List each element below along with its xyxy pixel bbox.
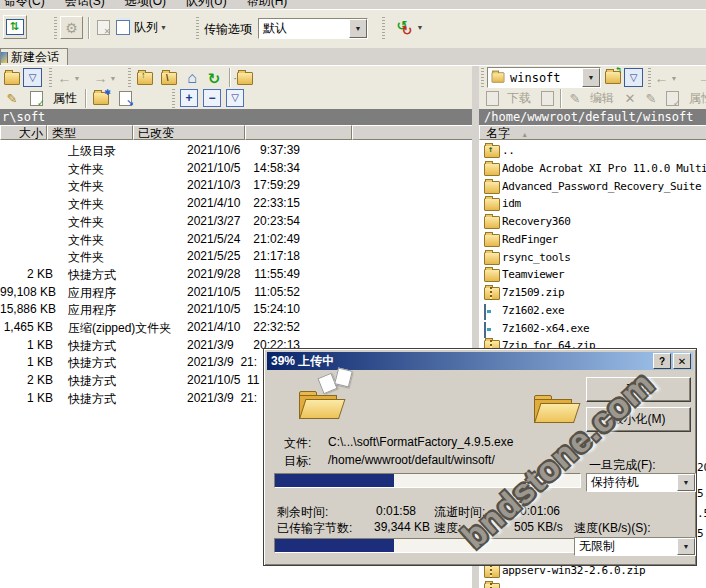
column-header-empty[interactable]: [245, 125, 352, 140]
forward-button[interactable]: →: [692, 68, 706, 88]
list-item[interactable]: Advanced_Password_Recovery_Suite: [479, 179, 706, 196]
move-to-folder-button[interactable]: ↘: [114, 89, 136, 108]
list-item[interactable]: 7z1602.exe: [479, 303, 706, 320]
download-button[interactable]: 下载: [503, 89, 535, 108]
back-button[interactable]: ← ▼: [653, 68, 679, 88]
menu-item[interactable]: 选项(O): [125, 0, 166, 8]
column-header-size[interactable]: 大小: [0, 125, 47, 140]
open-folder-button[interactable]: ↰: [603, 68, 623, 87]
size-cell: 2 KB: [0, 373, 53, 387]
list-item[interactable]: 7z1509.zip: [479, 285, 706, 302]
table-row[interactable]: 文件夹2021/10/317:59:29: [0, 178, 472, 195]
toolbar-grip[interactable]: [49, 68, 52, 87]
rename-button[interactable]: ✎: [2, 89, 22, 108]
home-directory-button[interactable]: ⌂: [181, 68, 203, 88]
menu-item[interactable]: 队列(U): [186, 0, 227, 8]
local-path-bar[interactable]: r\soft: [0, 109, 474, 125]
root-directory-button[interactable]: \: [158, 68, 180, 88]
settings-button[interactable]: ⚙: [60, 16, 83, 39]
forward-button[interactable]: → ▼: [91, 68, 119, 88]
chevron-down-icon[interactable]: ▼: [582, 68, 600, 87]
table-row[interactable]: 文件夹2021/5/2521:17:18: [0, 249, 472, 266]
time-cell: 15:24:10: [240, 302, 300, 316]
toolbar-grip[interactable]: [54, 17, 57, 39]
new-folder-button[interactable]: ✱: [90, 89, 112, 108]
menu-item[interactable]: 命令(C): [4, 0, 45, 8]
toolbar-grip[interactable]: [172, 89, 175, 108]
toolbar-grip[interactable]: [481, 68, 484, 87]
list-item[interactable]: RedFinger: [479, 232, 706, 249]
dialog-titlebar[interactable]: 39% 上传中 ? ✕: [267, 352, 693, 370]
folder-tree-button[interactable]: ·: [234, 68, 256, 88]
copy-button[interactable]: ✓: [662, 89, 682, 108]
filter-button[interactable]: ▽: [624, 68, 643, 87]
date-cell: 2021/3/9 21:: [187, 355, 257, 369]
queue-clear-button[interactable]: ✕: [92, 16, 114, 39]
minimize-button[interactable]: 最小化(M): [586, 407, 691, 432]
table-row[interactable]: 1,465 KB压缩(zipped)文件夹2021/4/1022:32:52: [0, 320, 472, 337]
transfer-mode-button[interactable]: ↺ ↻ ▼: [390, 15, 430, 40]
column-header-type[interactable]: 类型: [47, 125, 133, 140]
table-row[interactable]: 文件夹2021/4/1022:33:15: [0, 196, 472, 213]
speed-limit-select[interactable]: 无限制 ▼: [574, 537, 696, 556]
date-cell: 2021/10/5: [187, 285, 240, 299]
properties-button[interactable]: 属性: [684, 89, 706, 108]
toolbar-grip[interactable]: [648, 68, 651, 87]
up-directory-button[interactable]: ↑: [134, 68, 156, 88]
date-cell: 2021/10/5: [187, 161, 240, 175]
cancel-button[interactable]: 取消: [586, 377, 691, 402]
download-as-button[interactable]: [537, 89, 557, 108]
list-item[interactable]: 7z1602-x64.exe: [479, 321, 706, 338]
table-row[interactable]: 上级目录2021/10/69:37:39: [0, 143, 472, 160]
table-row[interactable]: 文件夹2021/5/2421:02:49: [0, 232, 472, 249]
remote-dir-select[interactable]: winsoft ▼: [487, 67, 601, 88]
properties-button[interactable]: 属性: [48, 89, 82, 108]
column-header-name[interactable]: 名字 ▲: [479, 125, 706, 140]
filter-button[interactable]: ▽: [23, 68, 42, 87]
refresh-button[interactable]: ↻: [203, 68, 225, 88]
delete-button[interactable]: ✕: [620, 89, 640, 108]
list-item[interactable]: Recovery360: [479, 214, 706, 231]
download-queue-button[interactable]: [482, 89, 502, 108]
open-folder-button[interactable]: [2, 68, 22, 88]
column-header-modified[interactable]: 已改变: [133, 125, 245, 140]
table-row[interactable]: 2 KB快捷方式2021/9/2811:55:49: [0, 267, 472, 284]
funnel-icon: ▽: [231, 93, 239, 103]
close-button[interactable]: ✕: [673, 353, 691, 369]
queue-menu-button[interactable]: 队列 ▼: [116, 16, 186, 39]
table-row[interactable]: 99,108 KB应用程序2021/10/511:05:52: [0, 285, 472, 302]
list-item[interactable]: idm: [479, 196, 706, 213]
toolbar-grip[interactable]: [196, 17, 199, 39]
list-item[interactable]: [479, 581, 706, 588]
list-item[interactable]: Adobe Acrobat XI Pro 11.0.0 MultiL: [479, 161, 706, 178]
copy-button[interactable]: ✓: [26, 89, 46, 108]
table-row[interactable]: 文件夹2021/3/2720:23:54: [0, 214, 472, 231]
back-button[interactable]: ← ▼: [55, 68, 83, 88]
list-item[interactable]: ..: [479, 143, 706, 160]
rename-button[interactable]: ✎: [641, 89, 661, 108]
select-filter-button[interactable]: ▽: [226, 89, 244, 107]
chevron-down-icon[interactable]: ▼: [349, 19, 367, 38]
chevron-down-icon[interactable]: ▼: [677, 538, 695, 555]
edit-button[interactable]: ✎: [565, 89, 585, 108]
toolbar-grip[interactable]: [382, 17, 385, 39]
list-item[interactable]: rsync_tools: [479, 250, 706, 267]
transfer-options-select[interactable]: 默认 ▼: [258, 18, 368, 39]
remote-path-bar[interactable]: /home/wwwroot/default/winsoft: [479, 109, 706, 125]
select-all-button[interactable]: +: [180, 89, 198, 107]
help-button[interactable]: ?: [653, 353, 671, 369]
toolbar-grip[interactable]: [128, 68, 131, 87]
list-item[interactable]: Teamviewer: [479, 267, 706, 284]
chevron-down-icon[interactable]: ▼: [677, 474, 695, 491]
table-row[interactable]: 文件夹2021/10/514:58:34: [0, 161, 472, 178]
edit-label-button[interactable]: 编辑: [586, 89, 618, 108]
deselect-all-button[interactable]: −: [203, 89, 221, 107]
connect-button[interactable]: ⇅: [3, 15, 27, 39]
session-tab[interactable]: 新建会话: [0, 48, 68, 65]
menu-item[interactable]: 帮助(H): [247, 0, 288, 8]
on-complete-select[interactable]: 保持待机 ▼: [586, 473, 696, 492]
file-label: 文件:: [284, 435, 311, 452]
menu-item[interactable]: 会话(S): [65, 0, 105, 8]
local-list-header: 大小 类型 已改变: [0, 125, 472, 140]
table-row[interactable]: 15,886 KB应用程序2021/10/515:24:10: [0, 302, 472, 319]
